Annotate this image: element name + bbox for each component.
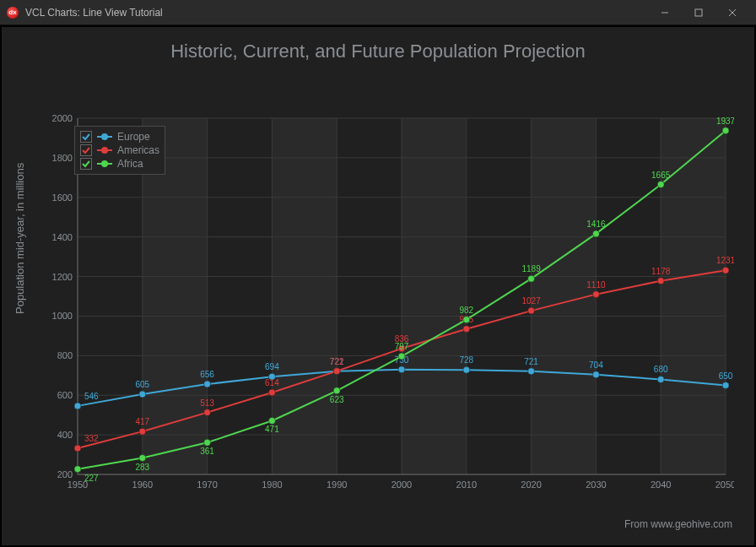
- chart-container: Historic, Current, and Future Population…: [0, 25, 756, 547]
- svg-text:2020: 2020: [521, 479, 541, 490]
- svg-point-91: [592, 291, 599, 298]
- svg-point-113: [592, 230, 599, 237]
- svg-text:721: 721: [524, 357, 538, 366]
- maximize-button[interactable]: [682, 0, 716, 25]
- svg-point-93: [657, 278, 664, 284]
- svg-text:1600: 1600: [52, 192, 73, 203]
- svg-text:1400: 1400: [52, 232, 73, 242]
- svg-text:656: 656: [200, 370, 214, 379]
- svg-point-81: [268, 389, 275, 396]
- svg-point-67: [528, 368, 535, 375]
- svg-point-83: [333, 368, 340, 375]
- legend-checkbox-americas[interactable]: [80, 144, 92, 156]
- svg-point-57: [204, 381, 211, 387]
- svg-point-65: [463, 366, 470, 373]
- attribution: From www.geohive.com: [624, 518, 732, 530]
- svg-point-99: [139, 455, 146, 462]
- svg-point-109: [463, 317, 470, 323]
- svg-point-115: [657, 181, 664, 188]
- svg-text:417: 417: [135, 417, 149, 426]
- svg-point-107: [398, 353, 405, 360]
- svg-text:605: 605: [135, 380, 149, 389]
- svg-text:1990: 1990: [327, 479, 347, 490]
- svg-text:728: 728: [459, 355, 473, 365]
- svg-point-95: [722, 267, 729, 274]
- svg-rect-1: [695, 9, 702, 16]
- svg-text:1937: 1937: [716, 116, 734, 126]
- svg-text:513: 513: [200, 398, 214, 408]
- svg-text:1231: 1231: [716, 256, 734, 265]
- svg-text:200: 200: [57, 469, 73, 479]
- svg-point-105: [333, 387, 340, 394]
- svg-text:694: 694: [265, 362, 279, 371]
- svg-point-63: [398, 366, 405, 373]
- legend-checkbox-africa[interactable]: [80, 158, 92, 170]
- svg-point-69: [592, 371, 599, 378]
- svg-text:1980: 1980: [262, 479, 282, 490]
- svg-text:1027: 1027: [521, 296, 541, 306]
- legend-label: Europe: [117, 131, 150, 143]
- svg-point-89: [528, 307, 535, 314]
- legend-item-africa[interactable]: Africa: [80, 157, 159, 171]
- svg-text:797: 797: [395, 342, 409, 351]
- svg-text:614: 614: [265, 378, 279, 387]
- svg-text:546: 546: [84, 392, 99, 401]
- svg-text:1110: 1110: [586, 280, 606, 290]
- svg-point-117: [722, 127, 729, 134]
- window-titlebar: dx VCL Charts: Line View Tutorial: [0, 0, 756, 25]
- legend-label: Africa: [117, 158, 143, 170]
- svg-text:1000: 1000: [52, 311, 73, 321]
- svg-point-53: [74, 403, 81, 409]
- svg-text:1800: 1800: [52, 153, 73, 163]
- svg-text:332: 332: [84, 434, 99, 443]
- svg-text:600: 600: [57, 390, 73, 400]
- svg-rect-6: [402, 118, 467, 474]
- svg-text:283: 283: [135, 463, 149, 472]
- legend-marker-africa: [97, 160, 112, 168]
- close-button[interactable]: [716, 0, 749, 25]
- svg-text:1665: 1665: [651, 171, 671, 180]
- svg-text:1178: 1178: [651, 267, 671, 276]
- svg-point-71: [657, 376, 664, 382]
- svg-point-87: [463, 326, 470, 333]
- svg-text:2050: 2050: [716, 479, 734, 490]
- svg-text:704: 704: [589, 360, 603, 370]
- legend-marker-europe: [97, 133, 112, 141]
- svg-text:471: 471: [265, 425, 279, 434]
- svg-text:650: 650: [719, 371, 733, 381]
- svg-text:982: 982: [459, 306, 473, 315]
- legend-checkbox-europe[interactable]: [80, 131, 92, 143]
- svg-text:722: 722: [330, 357, 344, 366]
- minimize-button[interactable]: [648, 0, 682, 25]
- chart-title: Historic, Current, and Future Population…: [2, 27, 754, 69]
- legend-marker-americas: [97, 146, 112, 154]
- y-axis-label: Population mid-year, in millions: [14, 163, 26, 314]
- svg-rect-5: [272, 118, 337, 474]
- svg-text:1970: 1970: [197, 479, 217, 490]
- svg-text:800: 800: [57, 350, 73, 360]
- svg-rect-8: [661, 118, 726, 474]
- svg-point-73: [722, 382, 729, 389]
- svg-text:1416: 1416: [586, 219, 606, 229]
- svg-point-55: [139, 391, 146, 398]
- app-icon: dx: [7, 7, 19, 19]
- svg-point-79: [204, 409, 211, 416]
- svg-point-97: [74, 466, 81, 473]
- svg-text:2040: 2040: [651, 479, 671, 490]
- svg-text:1189: 1189: [521, 264, 541, 274]
- legend-label: Americas: [117, 144, 159, 156]
- svg-text:680: 680: [654, 365, 668, 374]
- svg-text:623: 623: [330, 395, 344, 404]
- legend: Europe Americas Africa: [74, 126, 165, 175]
- legend-item-americas[interactable]: Americas: [80, 144, 159, 157]
- legend-item-europe[interactable]: Europe: [80, 130, 159, 144]
- svg-text:2030: 2030: [586, 479, 606, 490]
- svg-point-111: [528, 275, 535, 282]
- svg-point-101: [204, 439, 211, 446]
- window-title: VCL Charts: Line View Tutorial: [25, 7, 163, 19]
- svg-text:227: 227: [84, 474, 99, 483]
- svg-text:1200: 1200: [52, 272, 73, 282]
- svg-text:1960: 1960: [132, 479, 153, 490]
- svg-text:2010: 2010: [456, 479, 477, 490]
- svg-point-77: [139, 428, 146, 435]
